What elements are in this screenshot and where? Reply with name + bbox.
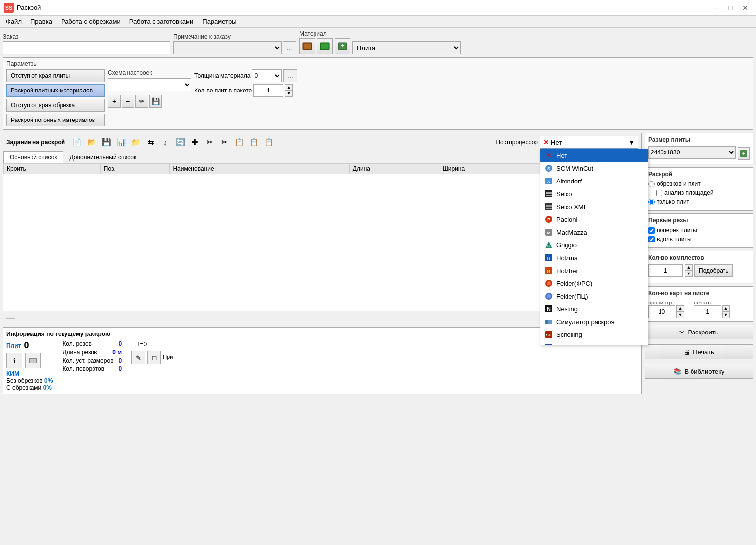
post-item-2[interactable]: A Altendorf: [540, 175, 648, 187]
preview-input[interactable]: [648, 305, 675, 318]
note-label: Примечание к заказу: [173, 33, 296, 40]
tb-open-btn[interactable]: 📂: [85, 135, 98, 149]
post-item-3[interactable]: Selco: [540, 187, 648, 200]
close-button[interactable]: ✕: [738, 2, 752, 13]
schema-add-btn[interactable]: +: [108, 95, 121, 108]
post-icon-12: N: [544, 304, 553, 313]
edge-plate-button[interactable]: Отступ от края плиты: [6, 69, 105, 82]
tb-refresh-btn[interactable]: 🔄: [173, 135, 187, 149]
minimize-button[interactable]: ─: [709, 2, 723, 13]
tb-align-btn[interactable]: ⇆: [144, 135, 158, 149]
cuts-label: Кол. резов: [63, 340, 92, 347]
tb-sort-btn[interactable]: ↕: [158, 135, 172, 149]
mat-icon-btn-2[interactable]: [317, 38, 333, 54]
qty-sets-input[interactable]: [648, 264, 683, 277]
tb-add-btn[interactable]: ✚: [188, 135, 202, 149]
post-item-14[interactable]: SC Schelling: [540, 328, 648, 341]
sizes-value: 0: [119, 357, 122, 364]
app-icon: SS: [4, 3, 14, 13]
print-input[interactable]: [694, 305, 721, 318]
tb-copy2-btn[interactable]: 📋: [247, 135, 261, 149]
tb-copy1-btn[interactable]: 📋: [232, 135, 246, 149]
post-item-15[interactable]: M Martin: [540, 341, 648, 345]
maximize-button[interactable]: □: [724, 2, 737, 13]
rotations-value: 0: [119, 365, 122, 372]
qty-spin-down[interactable]: ▼: [285, 91, 293, 97]
post-item-12[interactable]: N Nesting: [540, 303, 648, 315]
tab-extra-list[interactable]: Дополнительный список: [63, 151, 143, 163]
info-action-btn-2[interactable]: □: [147, 351, 161, 364]
preview-spin-down[interactable]: ▼: [676, 312, 684, 318]
postprocessor-select-btn[interactable]: ✕Нет ▼: [540, 136, 638, 149]
cards-section: Кол-во карт на листе просмотр ▲ ▼: [645, 286, 753, 322]
preview-spin-up[interactable]: ▲: [676, 305, 684, 312]
qty-spin-up[interactable]: ▲: [285, 84, 293, 91]
note-select[interactable]: [173, 41, 282, 54]
tb-cut1-btn[interactable]: ✂: [203, 135, 217, 149]
mat-icon-btn-1[interactable]: [299, 38, 315, 54]
bottom-dash[interactable]: —: [6, 312, 15, 323]
match-button[interactable]: Подобрать: [694, 264, 733, 277]
qty-sets-spin-down[interactable]: ▼: [685, 271, 693, 277]
tb-import-btn[interactable]: 📁: [129, 135, 143, 149]
material-select[interactable]: Плита: [352, 41, 461, 54]
plate-size-select[interactable]: 2440x1830: [648, 146, 736, 159]
checkbox-across-input[interactable]: [648, 227, 655, 234]
post-item-11[interactable]: Felder(ПЦ): [540, 290, 648, 303]
tb-stats-btn[interactable]: 📊: [114, 135, 128, 149]
mat-icon-btn-3[interactable]: +: [335, 38, 350, 54]
radio-trim-plates-input[interactable]: [648, 181, 655, 187]
tb-cut2-btn[interactable]: ✂: [218, 135, 231, 149]
cut-linear-button[interactable]: Раскрой погонных материалов: [6, 114, 105, 126]
library-button[interactable]: 📚 В библиотеку: [645, 364, 753, 379]
kim-values: Без обрезков 0% С обрезками 0%: [6, 377, 53, 391]
post-icon-15: M: [544, 343, 553, 345]
schema-remove-btn[interactable]: −: [122, 95, 134, 108]
post-item-5[interactable]: P Paoloni: [540, 213, 648, 226]
info-left: Плит 0 ℹ КИМ Без обрезков: [6, 340, 53, 391]
left-panel: Задание на раскрой 📄 📂 💾 📊 📁 ⇆ ↕ 🔄 ✚ ✂ ✂: [3, 133, 642, 394]
post-item-0[interactable]: ✕ Нет: [540, 149, 648, 162]
tb-save-btn[interactable]: 💾: [99, 135, 113, 149]
post-item-9[interactable]: H Holzher: [540, 264, 648, 277]
post-item-7[interactable]: G Griggio: [540, 239, 648, 251]
edge-trim-button[interactable]: Отступ от края обрезка: [6, 99, 105, 112]
checkbox-area-analysis-input[interactable]: [656, 190, 662, 196]
menu-blanks[interactable]: Работа с заготовками: [126, 17, 198, 26]
print-spin-up[interactable]: ▲: [722, 305, 730, 312]
info-length-row: Длина резов 0 м: [63, 349, 122, 356]
checkbox-along-input[interactable]: [648, 236, 655, 242]
print-button[interactable]: 🖨 Печать: [645, 344, 753, 359]
qty-sets-spin-up[interactable]: ▲: [685, 264, 693, 271]
thickness-select[interactable]: 0: [252, 69, 282, 82]
plate-size-extra-btn[interactable]: +: [738, 147, 750, 160]
schema-select[interactable]: [108, 78, 191, 91]
svg-text:+: +: [742, 151, 745, 156]
tb-copy3-btn[interactable]: 📋: [262, 135, 276, 149]
radio-only-plates-input[interactable]: [648, 199, 655, 205]
thickness-extra-btn[interactable]: ...: [284, 69, 297, 82]
schema-edit-btn[interactable]: ✏: [135, 95, 148, 108]
post-item-8[interactable]: H Holzma: [540, 251, 648, 264]
post-item-1[interactable]: S SCM WinCut: [540, 162, 648, 175]
print-spin-down[interactable]: ▼: [722, 312, 730, 318]
post-item-13[interactable]: Симулятор раскроя: [540, 315, 648, 328]
schema-save-btn[interactable]: 💾: [149, 95, 162, 108]
plates-count-row: Плит 0: [6, 340, 53, 351]
menu-edit[interactable]: Правка: [27, 17, 56, 26]
tb-new-btn[interactable]: 📄: [70, 135, 84, 149]
menu-file[interactable]: Файл: [2, 17, 26, 26]
info-action-btn-1[interactable]: ✎: [131, 351, 145, 364]
order-input[interactable]: [3, 41, 170, 54]
post-item-4[interactable]: Selco XML: [540, 200, 648, 213]
cut-button[interactable]: ✂ Раскроить: [645, 325, 753, 339]
post-item-10[interactable]: Felder(ФРС): [540, 277, 648, 290]
menu-params[interactable]: Параметры: [198, 17, 240, 26]
library-button-icon: 📚: [673, 368, 681, 375]
post-item-6[interactable]: M MacMazza: [540, 226, 648, 239]
cut-plate-button[interactable]: Раскрой плитных материалов: [6, 84, 105, 97]
tab-main-list[interactable]: Основной список: [3, 151, 63, 163]
qty-input[interactable]: [253, 84, 283, 97]
menu-trim[interactable]: Работа с обрезками: [57, 17, 125, 26]
note-extra-button[interactable]: ...: [283, 41, 296, 54]
